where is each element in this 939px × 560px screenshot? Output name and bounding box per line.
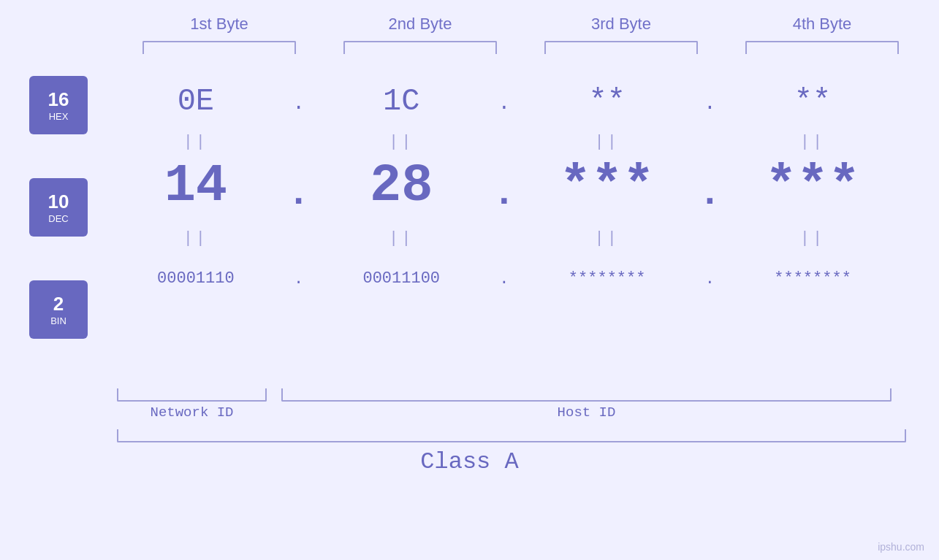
- bin-badge: 2 BIN: [29, 280, 88, 339]
- dec-b2-cell: 28: [321, 156, 482, 216]
- dot-b1: .: [288, 270, 310, 288]
- network-id-bracket: [117, 388, 267, 402]
- bin-b1: 00001110: [157, 269, 235, 288]
- dec-b4: ***: [765, 156, 860, 216]
- dec-badge-label: DEC: [48, 213, 68, 224]
- eq1-b2: ||: [321, 133, 482, 151]
- hex-b2: 1C: [383, 84, 419, 119]
- dot-h1: .: [288, 92, 310, 115]
- eq1-b4: ||: [732, 133, 893, 151]
- dec-b3-cell: ***: [527, 156, 688, 216]
- dot-h2: .: [493, 92, 515, 115]
- equals-row-1: || || || ||: [110, 127, 899, 156]
- dot-d1: .: [288, 172, 310, 215]
- dec-b1: 14: [164, 156, 227, 216]
- dec-badge: 10 DEC: [29, 178, 88, 237]
- dot-h3: .: [699, 92, 721, 115]
- byte3-header: 3rd Byte: [541, 15, 702, 34]
- bin-b4: ********: [774, 269, 851, 288]
- eq2-b1: ||: [115, 229, 276, 248]
- bin-b4-cell: ********: [732, 269, 893, 288]
- bin-b1-cell: 00001110: [115, 269, 276, 288]
- hex-b3: **: [588, 84, 625, 119]
- network-id-label: Network ID: [117, 404, 267, 421]
- bin-b2-cell: 00011100: [321, 269, 482, 288]
- hex-badge-label: HEX: [49, 111, 69, 122]
- byte1-header: 1st Byte: [139, 15, 300, 34]
- eq1-b3: ||: [527, 133, 688, 151]
- hex-b4-cell: **: [732, 84, 893, 119]
- bracket-byte1: [142, 41, 296, 54]
- bin-badge-num: 2: [53, 293, 64, 315]
- hex-badge-num: 16: [48, 88, 69, 111]
- bracket-byte4: [745, 41, 899, 54]
- eq2-b2: ||: [321, 229, 482, 248]
- bin-b2: 00011100: [362, 269, 440, 288]
- hex-row: 0E . 1C . ** . **: [110, 76, 899, 127]
- dot-d3: .: [699, 172, 721, 215]
- top-brackets: [119, 41, 923, 54]
- bin-row: 00001110 . 00011100 . ******** . *******…: [110, 253, 899, 304]
- eq2-b4: ||: [732, 229, 893, 248]
- full-bottom-bracket: [117, 429, 906, 442]
- eq1-b1: ||: [115, 133, 276, 151]
- hex-b1: 0E: [178, 84, 214, 119]
- bottom-brackets-row: [117, 388, 906, 402]
- hex-b4: **: [794, 84, 831, 119]
- values-grid: 0E . 1C . ** . ** || ||: [110, 69, 939, 307]
- hex-b1-cell: 0E: [115, 84, 276, 119]
- bracket-byte3: [544, 41, 698, 54]
- host-id-bracket: [281, 388, 892, 402]
- host-id-label: Host ID: [281, 404, 892, 421]
- dec-b2: 28: [370, 156, 433, 216]
- hex-b3-cell: **: [527, 84, 688, 119]
- class-label: Class A: [0, 448, 939, 475]
- dot-b2: .: [493, 270, 515, 288]
- dec-b4-cell: ***: [732, 156, 893, 216]
- byte4-header: 4th Byte: [742, 15, 902, 34]
- hex-badge: 16 HEX: [29, 76, 88, 134]
- eq2-b3: ||: [527, 229, 688, 248]
- equals-row-2: || || || ||: [110, 223, 899, 253]
- dec-badge-num: 10: [48, 191, 69, 213]
- byte2-header: 2nd Byte: [340, 15, 501, 34]
- byte-headers: 1st Byte 2nd Byte 3rd Byte 4th Byte: [119, 15, 923, 34]
- dec-b1-cell: 14: [115, 156, 276, 216]
- dot-d2: .: [493, 172, 515, 215]
- bin-b3-cell: ********: [527, 269, 688, 288]
- hex-b2-cell: 1C: [321, 84, 482, 119]
- badges-column: 16 HEX 10 DEC 2 BIN: [29, 76, 88, 383]
- main-container: 1st Byte 2nd Byte 3rd Byte 4th Byte 16 H…: [0, 0, 939, 560]
- bin-b3: ********: [569, 269, 646, 288]
- dot-b3: .: [699, 270, 721, 288]
- watermark: ipshu.com: [878, 541, 924, 553]
- id-labels-row: Network ID Host ID: [117, 404, 906, 421]
- bin-badge-label: BIN: [50, 315, 66, 326]
- dec-row: 14 . 28 . *** . ***: [110, 156, 899, 216]
- dec-b3: ***: [560, 156, 655, 216]
- bracket-byte2: [343, 41, 497, 54]
